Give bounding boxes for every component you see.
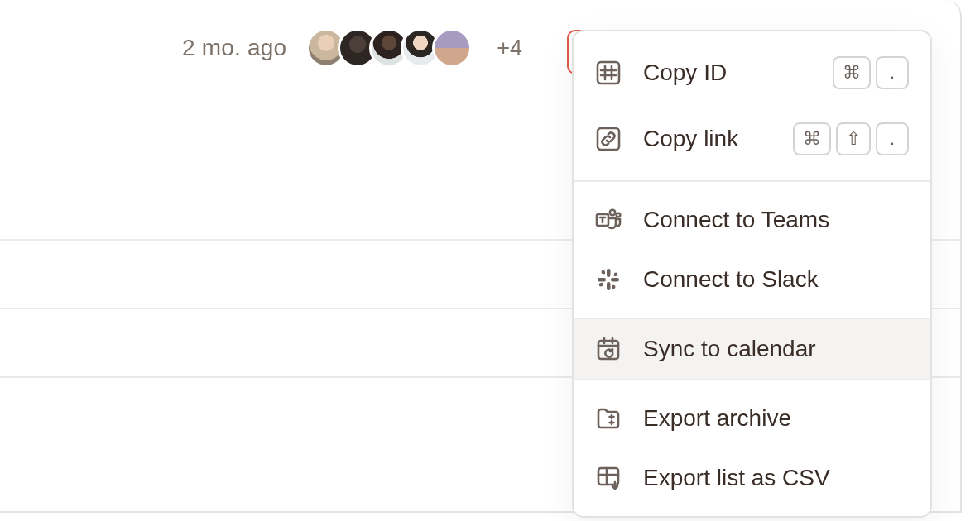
menu-item-label: Connect to Teams: [643, 207, 909, 233]
menu-section: Export archive Export list as CSV: [574, 380, 930, 516]
kbd-key: ⌘: [793, 122, 831, 155]
link-icon: [595, 126, 622, 152]
shortcut-group: ⌘ ⇧ .: [793, 122, 909, 155]
svg-rect-2: [598, 128, 619, 150]
menu-item-export-csv[interactable]: Export list as CSV: [574, 448, 930, 508]
menu-item-label: Copy ID: [643, 60, 811, 86]
menu-item-label: Export list as CSV: [643, 465, 909, 491]
teams-icon: [595, 207, 622, 233]
svg-point-4: [610, 210, 615, 215]
archive-icon: [595, 405, 622, 432]
avatar[interactable]: [432, 28, 472, 68]
context-menu: Copy ID ⌘ . Copy link ⌘ ⇧: [572, 30, 932, 518]
avatar-overflow-count[interactable]: +4: [497, 36, 522, 61]
menu-item-label: Sync to calendar: [643, 336, 909, 362]
menu-item-sync-calendar[interactable]: Sync to calendar: [574, 319, 930, 379]
menu-item-label: Connect to Slack: [643, 266, 909, 293]
menu-item-label: Copy link: [643, 126, 771, 152]
svg-rect-9: [611, 278, 619, 282]
calendar-sync-icon: [595, 336, 622, 362]
content-frame: 2 mo. ago +4: [0, 0, 962, 513]
table-export-icon: [595, 465, 622, 491]
menu-item-copy-id[interactable]: Copy ID ⌘ .: [574, 40, 930, 106]
kbd-key: .: [876, 122, 909, 155]
menu-item-export-archive[interactable]: Export archive: [574, 389, 930, 448]
kbd-key: .: [876, 56, 909, 89]
svg-rect-8: [598, 278, 606, 282]
svg-rect-1: [598, 62, 619, 84]
svg-rect-6: [607, 269, 611, 277]
menu-item-copy-link[interactable]: Copy link ⌘ ⇧ .: [574, 106, 930, 172]
svg-point-5: [617, 213, 621, 217]
menu-section: Copy ID ⌘ . Copy link ⌘ ⇧: [574, 31, 930, 180]
menu-item-connect-slack[interactable]: Connect to Slack: [574, 250, 930, 309]
menu-item-connect-teams[interactable]: Connect to Teams: [574, 190, 930, 250]
timestamp-label: 2 mo. ago: [182, 35, 286, 61]
svg-rect-7: [607, 282, 611, 290]
shortcut-group: ⌘ .: [833, 56, 909, 89]
kbd-key: ⇧: [836, 122, 871, 155]
menu-item-label: Export archive: [643, 405, 909, 432]
menu-section: Sync to calendar: [574, 319, 930, 379]
avatar-stack[interactable]: [306, 28, 472, 68]
slack-icon: [595, 266, 622, 293]
hash-icon: [595, 60, 622, 86]
kbd-key: ⌘: [833, 56, 871, 89]
menu-section: Connect to Teams Connect to Slack: [574, 182, 930, 318]
